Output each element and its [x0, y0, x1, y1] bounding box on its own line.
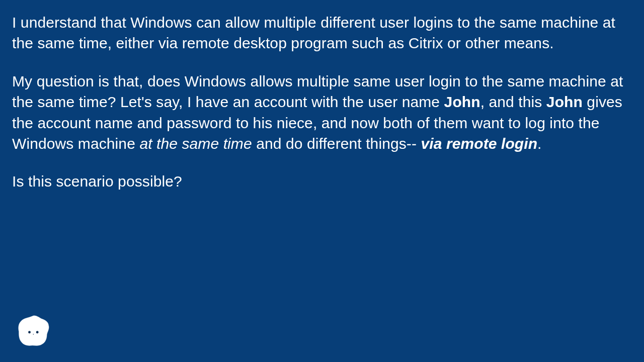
paragraph-3: Is this scenario possible? — [12, 171, 631, 192]
italic-text: at the same time — [139, 135, 252, 152]
question-body: I understand that Windows can allow mult… — [0, 0, 644, 192]
svg-point-1 — [36, 331, 39, 333]
text: I understand that Windows can allow mult… — [12, 14, 615, 51]
bold-text: John — [546, 94, 583, 110]
text: Is this scenario possible? — [12, 173, 182, 190]
text: and do different things-- — [252, 135, 421, 152]
svg-point-0 — [28, 331, 31, 333]
bold-italic-text: via remote login — [421, 135, 537, 152]
avatar-icon — [16, 314, 50, 348]
text: . — [537, 135, 541, 152]
svg-point-2 — [33, 334, 34, 335]
bold-text: John — [444, 94, 480, 110]
paragraph-2: My question is that, does Windows allows… — [12, 71, 631, 154]
paragraph-1: I understand that Windows can allow mult… — [12, 12, 631, 54]
text: , and this — [480, 94, 546, 110]
